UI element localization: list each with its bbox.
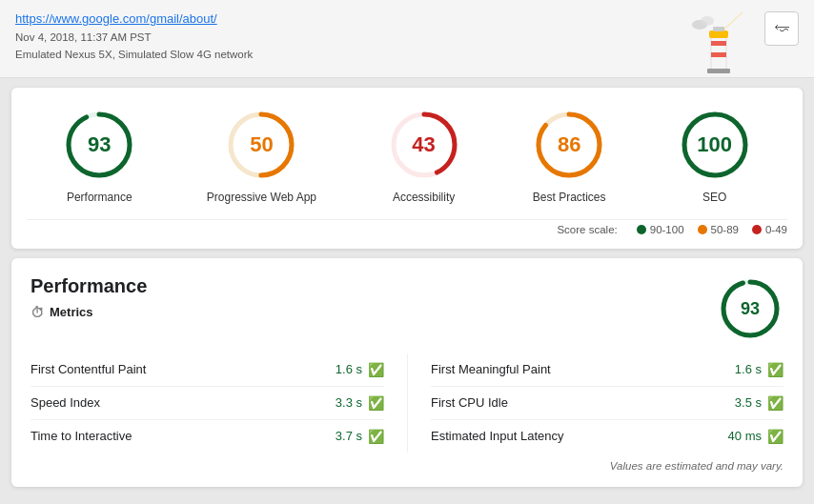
score-label-seo: SEO xyxy=(702,191,726,204)
share-button[interactable]: ⭋ xyxy=(764,11,799,46)
metrics-left-col: First Contentful Paint 1.6 s ✅ Speed Ind… xyxy=(31,353,407,453)
metric-value: 3.3 s xyxy=(336,395,362,410)
metric-name: Estimated Input Latency xyxy=(431,429,563,443)
metric-name: Time to Interactive xyxy=(31,429,132,443)
gauge-number-pwa: 50 xyxy=(250,132,273,157)
score-label-best-practices: Best Practices xyxy=(533,191,606,204)
scale-dot-green xyxy=(637,225,646,234)
metrics-right-col: First Meaningful Paint 1.6 s ✅ First CPU… xyxy=(407,353,783,453)
metric-value: 40 ms xyxy=(728,429,762,443)
metric-row: First Meaningful Paint 1.6 s ✅ xyxy=(431,353,783,387)
gauge-best-practices: 86 xyxy=(531,107,607,183)
score-item-accessibility: 43 Accessibility xyxy=(386,107,462,204)
values-note: Values are estimated and may vary. xyxy=(31,460,783,472)
score-item-best-practices: 86 Best Practices xyxy=(531,107,607,204)
header-meta: Nov 4, 2018, 11:37 AM PST Emulated Nexus… xyxy=(15,29,799,64)
metric-row: Speed Index 3.3 s ✅ xyxy=(31,387,384,420)
check-icon: ✅ xyxy=(767,395,783,411)
score-item-performance: 93 Performance xyxy=(61,107,137,204)
metric-name: First Contentful Paint xyxy=(31,362,146,376)
scale-dot-red xyxy=(752,225,762,234)
share-icon: ⭋ xyxy=(774,20,789,37)
scale-item-red: 0-49 xyxy=(752,224,787,235)
gauge-number-best-practices: 86 xyxy=(558,132,580,157)
metric-value-area: 1.6 s ✅ xyxy=(735,362,783,377)
check-icon: ✅ xyxy=(767,362,783,377)
gauge-seo: 100 xyxy=(677,107,753,183)
gauge-accessibility: 43 xyxy=(386,107,462,183)
scores-row: 93 Performance 50 Progressive Web App 43 xyxy=(27,107,787,204)
check-icon: ✅ xyxy=(368,395,384,411)
metric-value-area: 40 ms ✅ xyxy=(728,429,783,444)
lighthouse-illustration xyxy=(690,8,747,84)
url-link[interactable]: https://www.google.com/gmail/about/ xyxy=(15,11,217,26)
svg-point-1 xyxy=(701,16,714,26)
check-icon: ✅ xyxy=(767,429,783,444)
metric-row: First CPU Idle 3.5 s ✅ xyxy=(431,387,783,420)
metric-value-area: 3.7 s ✅ xyxy=(336,429,384,444)
check-icon: ✅ xyxy=(368,429,384,444)
performance-section: Performance ⏱ Metrics 93 First Contentfu… xyxy=(11,258,803,487)
performance-gauge-small: 93 xyxy=(717,275,783,342)
metric-value: 3.5 s xyxy=(735,395,762,410)
score-label-performance: Performance xyxy=(67,191,132,204)
performance-header: Performance ⏱ Metrics 93 xyxy=(31,275,783,342)
score-label-pwa: Progressive Web App xyxy=(207,191,316,204)
scale-range-red: 0-49 xyxy=(765,224,787,235)
score-scale: Score scale: 90-100 50-89 0-49 xyxy=(27,219,787,235)
gauge-number-seo: 100 xyxy=(697,132,732,157)
performance-title-area: Performance ⏱ Metrics xyxy=(31,275,147,320)
perf-score-number: 93 xyxy=(741,298,760,318)
svg-rect-3 xyxy=(711,41,726,46)
timestamp: Nov 4, 2018, 11:37 AM PST xyxy=(15,31,152,43)
scores-section: 93 Performance 50 Progressive Web App 43 xyxy=(11,88,803,249)
metric-row: Estimated Input Latency 40 ms ✅ xyxy=(431,420,783,453)
metric-row: First Contentful Paint 1.6 s ✅ xyxy=(31,353,384,387)
svg-rect-4 xyxy=(711,52,726,57)
metric-name: First CPU Idle xyxy=(431,395,508,410)
performance-title: Performance xyxy=(31,275,147,297)
metrics-grid: First Contentful Paint 1.6 s ✅ Speed Ind… xyxy=(31,353,783,453)
score-scale-label: Score scale: xyxy=(557,224,617,235)
check-icon: ✅ xyxy=(368,362,384,377)
device-info: Emulated Nexus 5X, Simulated Slow 4G net… xyxy=(15,49,253,60)
svg-rect-7 xyxy=(707,69,730,73)
scale-dot-orange xyxy=(698,225,707,234)
scale-item-orange: 50-89 xyxy=(698,224,739,235)
metric-value: 1.6 s xyxy=(336,362,362,376)
scale-item-green: 90-100 xyxy=(637,224,684,235)
gauge-number-accessibility: 43 xyxy=(412,132,435,157)
metrics-label: ⏱ Metrics xyxy=(31,305,147,320)
metric-name: Speed Index xyxy=(31,395,100,410)
timer-icon: ⏱ xyxy=(31,305,44,320)
metric-name: First Meaningful Paint xyxy=(431,362,551,376)
metric-value-area: 3.3 s ✅ xyxy=(336,395,384,411)
metric-value: 3.7 s xyxy=(336,429,362,443)
metric-value: 1.6 s xyxy=(735,362,762,376)
gauge-performance: 93 xyxy=(61,107,137,183)
header: https://www.google.com/gmail/about/ Nov … xyxy=(0,0,814,78)
svg-line-8 xyxy=(719,12,743,34)
scale-range-green: 90-100 xyxy=(650,224,684,235)
score-item-seo: 100 SEO xyxy=(677,107,753,204)
metric-value-area: 1.6 s ✅ xyxy=(336,362,384,377)
score-label-accessibility: Accessibility xyxy=(393,191,455,204)
metrics-label-text: Metrics xyxy=(50,305,93,319)
metric-value-area: 3.5 s ✅ xyxy=(735,395,783,411)
scale-range-orange: 50-89 xyxy=(711,224,739,235)
metric-row: Time to Interactive 3.7 s ✅ xyxy=(31,420,384,453)
gauge-pwa: 50 xyxy=(223,107,299,183)
score-item-pwa: 50 Progressive Web App xyxy=(207,107,316,204)
gauge-number-performance: 93 xyxy=(88,132,111,157)
